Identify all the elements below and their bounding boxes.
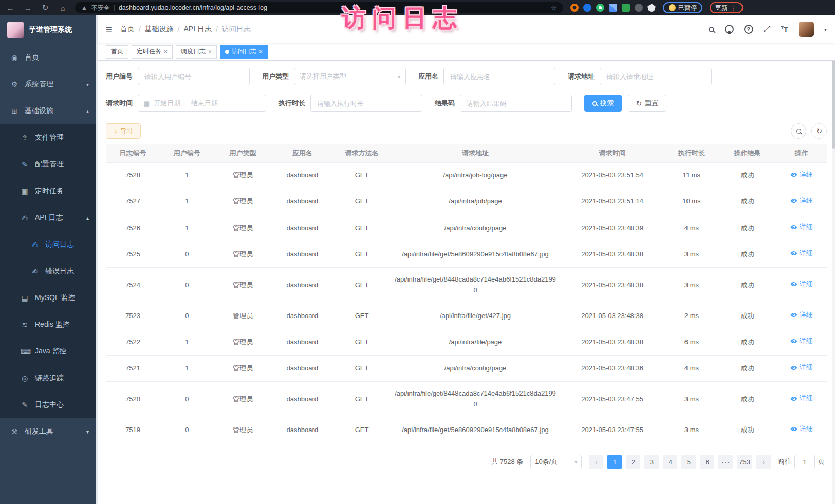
detail-link[interactable]: 详细 — [790, 196, 813, 207]
column-header: 应用名 — [272, 144, 333, 162]
browser-update-button[interactable]: 更新 ⋮ — [710, 2, 743, 13]
tab-调度日志[interactable]: 调度日志× — [176, 45, 217, 59]
toggle-search-icon — [796, 129, 801, 134]
detail-link[interactable]: 详细 — [790, 279, 813, 290]
next-page-button[interactable]: › — [756, 455, 771, 469]
reset-icon: ↻ — [636, 100, 642, 107]
browser-back-icon[interactable]: ← — [5, 4, 15, 12]
detail-link[interactable]: 详细 — [790, 248, 813, 259]
reset-button[interactable]: ↻ 重置 — [628, 95, 666, 112]
gear-icon: ⚙ — [10, 80, 18, 88]
extension-icon-1[interactable] — [570, 4, 579, 12]
close-icon[interactable]: × — [164, 48, 168, 55]
page-button-3[interactable]: 3 — [644, 455, 659, 469]
close-icon[interactable]: × — [208, 48, 212, 55]
avatar-caret-icon[interactable]: ▾ — [824, 27, 827, 32]
hamburger-icon[interactable]: ≡ — [106, 24, 112, 35]
update-label: 更新 — [715, 4, 728, 12]
refresh-table-button[interactable]: ↻ — [811, 123, 827, 139]
extension-icon-5[interactable] — [622, 4, 630, 12]
sidebar-item-文件管理[interactable]: ⇪文件管理 — [0, 124, 96, 151]
sidebar-item-系统管理[interactable]: ⚙系统管理▾ — [0, 71, 96, 98]
breadcrumb-item[interactable]: API 日志 — [183, 25, 211, 34]
extension-icon-2[interactable] — [583, 4, 591, 12]
cell-user_id: 0 — [160, 417, 214, 443]
page-scrollbar[interactable] — [832, 15, 835, 504]
sidebar-item-Redis 监控[interactable]: ≋Redis 监控 — [0, 311, 96, 338]
goto-page-input[interactable] — [794, 455, 815, 469]
tab-定时任务[interactable]: 定时任务× — [132, 45, 173, 59]
detail-link[interactable]: 详细 — [790, 310, 813, 321]
more-pages-icon[interactable]: ··· — [718, 455, 733, 469]
sidebar-item-label: 基础设施 — [25, 106, 80, 116]
page-button-1[interactable]: 1 — [607, 455, 622, 469]
font-size-icon[interactable]: TT — [781, 25, 788, 34]
profile-paused-badge[interactable]: 已暂停 — [663, 2, 702, 13]
sidebar-item-定时任务[interactable]: ▣定时任务 — [0, 178, 96, 204]
sidebar-item-配置管理[interactable]: ✎配置管理 — [0, 151, 96, 178]
browser-refresh-icon[interactable]: ↻ — [40, 3, 50, 12]
sidebar-item-访问日志[interactable]: ✍访问日志 — [0, 231, 96, 258]
search-button[interactable]: 搜索 — [584, 95, 622, 112]
address-bar[interactable]: ▲ 不安全 dashboard.yudao.iocoder.cn/infra/l… — [75, 2, 563, 13]
sidebar-item-首页[interactable]: ◉首页 — [0, 44, 96, 71]
user-type-select[interactable]: 请选择用户类型 ▾ — [294, 68, 406, 85]
sidebar-item-链路追踪[interactable]: ◎链路追踪 — [0, 365, 96, 391]
page-button-4[interactable]: 4 — [663, 455, 677, 469]
column-header: 执行时长 — [664, 144, 718, 162]
page-size-select[interactable]: 10条/页 ▾ — [530, 455, 582, 469]
toggle-search-button[interactable] — [791, 123, 806, 139]
tab-首页[interactable]: 首页 — [106, 45, 128, 59]
browser-menu-icon[interactable]: ⋮ — [730, 4, 737, 12]
sidebar-item-错误日志[interactable]: ✍错误日志 — [0, 258, 96, 285]
page-url[interactable]: dashboard.yudao.iocoder.cn/infra/log/api… — [119, 4, 547, 11]
breadcrumb-item[interactable]: 基础设施 — [145, 25, 174, 34]
sidebar-item-MySQL 监控[interactable]: ▤MySQL 监控 — [0, 285, 96, 311]
column-header: 日志编号 — [106, 144, 160, 162]
browser-home-icon[interactable]: ⌂ — [58, 4, 68, 12]
user-avatar[interactable] — [799, 22, 814, 37]
page-button-5[interactable]: 5 — [681, 455, 696, 469]
page-button-753[interactable]: 753 — [737, 455, 752, 469]
tab-访问日志[interactable]: 访问日志× — [220, 45, 268, 59]
request-time-range-picker[interactable]: ▦ 开始日期 - 结束日期 — [138, 95, 266, 112]
cell-id: 7521 — [106, 356, 160, 382]
duration-input[interactable] — [310, 95, 422, 112]
export-button[interactable]: ↓ 导出 — [106, 123, 141, 139]
detail-link[interactable]: 详细 — [790, 393, 813, 404]
cell-user_type: 管理员 — [214, 268, 271, 303]
extension-icon-4[interactable] — [609, 4, 617, 12]
sidebar-item-研发工具[interactable]: ⚒研发工具▾ — [0, 418, 96, 445]
breadcrumb-item[interactable]: 首页 — [120, 25, 135, 34]
detail-link[interactable]: 详细 — [790, 336, 813, 347]
github-icon[interactable] — [725, 25, 734, 34]
bookmark-star-icon[interactable]: ☆ — [551, 4, 557, 12]
request-url-input[interactable] — [600, 68, 712, 85]
user-id-input[interactable] — [138, 68, 250, 85]
fullscreen-icon[interactable]: ⤢ — [764, 24, 771, 34]
prev-page-button[interactable]: ‹ — [589, 455, 603, 469]
eye-icon — [790, 425, 797, 433]
sidebar-item-API 日志[interactable]: ✍API 日志▴ — [0, 204, 96, 231]
detail-link[interactable]: 详细 — [790, 222, 813, 233]
sidebar-item-Java 监控[interactable]: ⌨Java 监控 — [0, 338, 96, 365]
extension-icon-3[interactable] — [596, 4, 604, 12]
extension-icon-7[interactable] — [647, 4, 656, 12]
detail-link[interactable]: 详细 — [790, 424, 813, 435]
extension-icon-6[interactable] — [635, 4, 643, 12]
sidebar-item-基础设施[interactable]: ⊞基础设施▴ — [0, 98, 96, 124]
page-button-2[interactable]: 2 — [626, 455, 640, 469]
page-button-6[interactable]: 6 — [700, 455, 714, 469]
search-icon[interactable] — [709, 27, 714, 32]
search-button-icon — [592, 101, 597, 106]
detail-link[interactable]: 详细 — [790, 362, 813, 373]
help-icon[interactable]: ? — [744, 25, 753, 34]
sidebar-item-日志中心[interactable]: ✎日志中心 — [0, 391, 96, 418]
logo[interactable]: 芋道管理系统 — [0, 15, 96, 44]
browser-forward-icon[interactable]: → — [23, 4, 33, 12]
app-name-input[interactable] — [443, 68, 555, 85]
detail-link[interactable]: 详细 — [790, 170, 813, 180]
close-icon[interactable]: × — [259, 48, 263, 55]
result-code-input[interactable] — [460, 95, 572, 112]
chevron-down-icon: ▾ — [86, 429, 89, 435]
